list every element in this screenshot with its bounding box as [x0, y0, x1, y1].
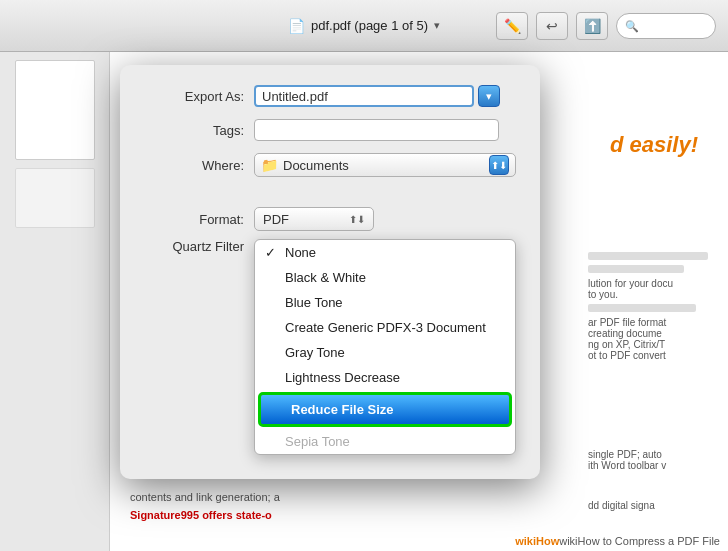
article-snippet-6: ot to PDF convert: [588, 350, 708, 361]
pencil-icon: ✏️: [504, 18, 521, 34]
where-label: Where:: [144, 158, 244, 173]
article-snippet-7: single PDF; auto: [588, 449, 708, 460]
document-title: pdf.pdf (page 1 of 5): [311, 18, 428, 33]
dropdown-arrow-icon: ▾: [486, 90, 492, 103]
menu-item-gray-tone[interactable]: Gray Tone: [255, 340, 515, 365]
article-snippet-4: creating docume: [588, 328, 708, 339]
article-snippet-8: ith Word toolbar v: [588, 460, 708, 471]
wikihow-footer: wikiHowwikiHow to Compress a PDF File: [515, 535, 720, 547]
menu-item-blue-tone-label: Blue Tone: [285, 295, 343, 310]
menu-item-create-generic-label: Create Generic PDFX-3 Document: [285, 320, 486, 335]
export-as-label: Export As:: [144, 89, 244, 104]
where-chevron-icon: ⬆⬇: [491, 160, 507, 171]
format-select[interactable]: PDF ⬆⬇: [254, 207, 374, 231]
format-label: Format:: [144, 212, 244, 227]
article-snippet-1: lution for your docu: [588, 278, 708, 289]
menu-item-sepia-tone-label: Sepia Tone: [285, 434, 350, 449]
format-value-text: PDF: [263, 212, 349, 227]
where-value-text: Documents: [283, 158, 484, 173]
pencil-button[interactable]: ✏️: [496, 12, 528, 40]
export-as-dropdown-button[interactable]: ▾: [478, 85, 500, 107]
quartz-filter-row: Quartz Filter None Black & White Blue To…: [144, 239, 516, 455]
menu-item-none[interactable]: None: [255, 240, 515, 265]
menu-item-blue-tone[interactable]: Blue Tone: [255, 290, 515, 315]
article-line: [588, 265, 684, 273]
article-snippet-5: ng on XP, Citrix/T: [588, 339, 708, 350]
menu-item-create-generic[interactable]: Create Generic PDFX-3 Document: [255, 315, 515, 340]
article-text-block-3: dd digital signa: [588, 500, 708, 511]
folder-icon: 📁: [261, 157, 278, 173]
wikihow-title: wikiHow to Compress a PDF File: [559, 535, 720, 547]
title-bar-content: 📄 pdf.pdf (page 1 of 5) ▾: [288, 18, 440, 34]
search-bar[interactable]: 🔍: [616, 13, 716, 39]
save-dialog-container: Export As: ▾ Tags: Where: 📁 Documents ⬆⬇: [120, 65, 540, 479]
export-as-input[interactable]: [254, 85, 474, 107]
menu-item-reduce-file-size-label: Reduce File Size: [291, 402, 394, 417]
share-button[interactable]: ⬆️: [576, 12, 608, 40]
signature-text: Signature995 offers state-o: [130, 509, 272, 521]
wikihow-brand: wikiHow: [515, 535, 559, 547]
tags-row: Tags:: [144, 119, 516, 141]
quartz-filter-label: Quartz Filter: [144, 239, 244, 254]
format-stepper-icon: ⬆⬇: [349, 214, 365, 225]
title-chevron-icon[interactable]: ▾: [434, 19, 440, 32]
menu-item-reduce-file-size[interactable]: Reduce File Size: [258, 392, 512, 427]
article-text-block-2: single PDF; auto ith Word toolbar v: [588, 449, 708, 471]
where-row: Where: 📁 Documents ⬆⬇: [144, 153, 516, 177]
menu-item-gray-tone-label: Gray Tone: [285, 345, 345, 360]
article-text-block: lution for your docu to you. ar PDF file…: [588, 252, 708, 361]
rotate-button[interactable]: ↩: [536, 12, 568, 40]
menu-item-black-white[interactable]: Black & White: [255, 265, 515, 290]
quartz-filter-dropdown: None Black & White Blue Tone Create Gene…: [254, 239, 516, 455]
toolbar-buttons: ✏️ ↩ ⬆️: [496, 12, 608, 40]
where-dropdown-arrow[interactable]: ⬆⬇: [489, 155, 509, 175]
menu-item-sepia-tone[interactable]: Sepia Tone: [255, 429, 515, 454]
thumbnail-2: [15, 168, 95, 228]
menu-item-lightness-decrease-label: Lightness Decrease: [285, 370, 400, 385]
search-icon: 🔍: [625, 20, 639, 33]
document-icon: 📄: [288, 18, 305, 34]
where-select[interactable]: 📁 Documents ⬆⬇: [254, 153, 516, 177]
menu-item-none-label: None: [285, 245, 316, 260]
thumbnail-1: [15, 60, 95, 160]
title-bar: 📄 pdf.pdf (page 1 of 5) ▾ ✏️ ↩ ⬆️ 🔍: [0, 0, 728, 52]
article-header: d easily!: [610, 132, 698, 158]
article-bottom-text: contents and link generation; a: [130, 491, 280, 503]
share-icon: ⬆️: [584, 18, 601, 34]
article-line: [588, 252, 708, 260]
save-dialog: Export As: ▾ Tags: Where: 📁 Documents ⬆⬇: [120, 65, 540, 479]
menu-item-lightness-decrease[interactable]: Lightness Decrease: [255, 365, 515, 390]
article-snippet-2: to you.: [588, 289, 708, 300]
article-snippet-add: dd digital signa: [588, 500, 708, 511]
tags-label: Tags:: [144, 123, 244, 138]
sidebar: [0, 52, 110, 551]
format-row: Format: PDF ⬆⬇: [144, 207, 516, 231]
article-snippet-3: ar PDF file format: [588, 317, 708, 328]
rotate-icon: ↩: [546, 18, 558, 34]
tags-input[interactable]: [254, 119, 499, 141]
menu-item-black-white-label: Black & White: [285, 270, 366, 285]
article-line: [588, 304, 696, 312]
export-as-row: Export As: ▾: [144, 85, 516, 107]
